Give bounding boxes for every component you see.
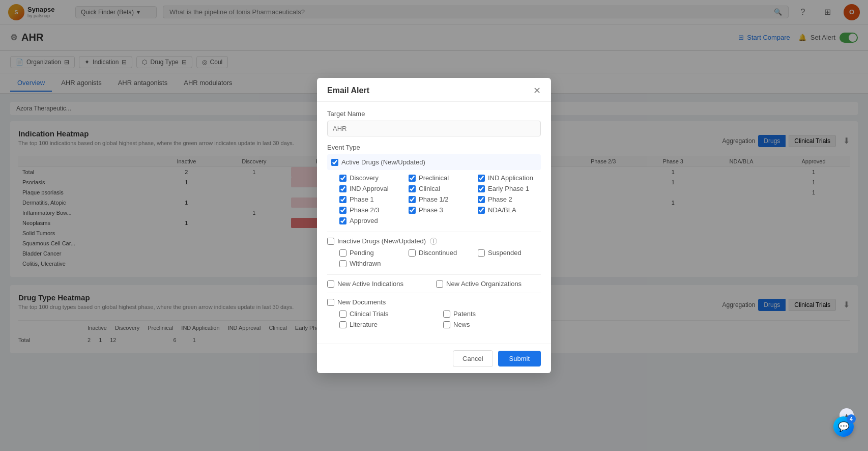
approved-option[interactable]: Approved <box>339 217 402 224</box>
patents-doc-option[interactable]: Patents <box>443 310 541 318</box>
document-options-grid: Clinical Trials Patents Literature <box>327 310 541 328</box>
early-phase1-option[interactable]: Early Phase 1 <box>478 185 541 192</box>
modal-title: Email Alert <box>327 86 369 95</box>
discovery-option[interactable]: Discovery <box>339 174 402 182</box>
inactive-drug-options-grid: Pending Discontinued Suspended With <box>327 249 541 267</box>
event-type-label: Event Type <box>327 144 541 151</box>
phase3-option[interactable]: Phase 3 <box>409 206 472 214</box>
new-documents-section: New Documents Clinical Trials Patents <box>327 298 541 328</box>
inactive-drugs-checkbox[interactable] <box>327 238 334 245</box>
modal-body: Target Name Event Type Active Drugs (New… <box>317 102 551 344</box>
active-drugs-header: Active Drugs (New/Updated) <box>327 154 541 170</box>
inactive-drugs-header: Inactive Drugs (New/Updated) i <box>327 237 541 245</box>
literature-doc-option[interactable]: Literature <box>339 321 437 328</box>
event-type-group: Event Type Active Drugs (New/Updated) Di… <box>327 144 541 328</box>
modal-close-button[interactable]: ✕ <box>533 86 541 95</box>
ind-approval-option[interactable]: IND Approval <box>339 185 402 192</box>
suspended-option[interactable]: Suspended <box>478 249 541 257</box>
news-doc-option[interactable]: News <box>443 321 541 328</box>
active-drugs-checkbox[interactable] <box>331 159 338 166</box>
modal-header: Email Alert ✕ <box>317 78 551 102</box>
nda-option[interactable]: NDA/BLA <box>478 206 541 214</box>
new-active-indications-label: New Active Indications <box>337 280 403 288</box>
phase23-option[interactable]: Phase 2/3 <box>339 206 402 214</box>
withdrawn-option[interactable]: Withdrawn <box>339 260 402 267</box>
inactive-drugs-section: Inactive Drugs (New/Updated) i Pending D… <box>327 237 541 267</box>
target-name-group: Target Name <box>327 110 541 136</box>
target-name-label: Target Name <box>327 110 541 118</box>
inactive-drugs-label: Inactive Drugs (New/Updated) <box>337 237 426 245</box>
clinical-trials-doc-option[interactable]: Clinical Trials <box>339 310 437 318</box>
active-drugs-section: Active Drugs (New/Updated) Discovery Pre… <box>327 154 541 224</box>
new-documents-checkbox[interactable] <box>327 299 334 306</box>
active-drugs-label: Active Drugs (New/Updated) <box>341 158 425 166</box>
discontinued-option[interactable]: Discontinued <box>409 249 472 257</box>
new-active-indications-checkbox[interactable] <box>327 280 334 288</box>
phase12-option[interactable]: Phase 1/2 <box>409 195 472 203</box>
pending-option[interactable]: Pending <box>339 249 402 257</box>
new-documents-checkbox-row[interactable]: New Documents <box>327 298 541 306</box>
preclinical-option[interactable]: Preclinical <box>409 174 472 182</box>
new-active-organizations-checkbox[interactable] <box>436 280 443 288</box>
inactive-drugs-checkbox-row[interactable]: Inactive Drugs (New/Updated) <box>327 237 426 245</box>
cancel-button[interactable]: Cancel <box>453 350 493 367</box>
target-name-input[interactable] <box>327 121 541 136</box>
phase1-option[interactable]: Phase 1 <box>339 195 402 203</box>
ind-application-option[interactable]: IND Application <box>478 174 541 182</box>
active-drug-options-grid: Discovery Preclinical IND Application <box>327 174 541 224</box>
email-alert-modal: Email Alert ✕ Target Name Event Type Act… <box>317 78 551 370</box>
new-documents-label: New Documents <box>337 298 386 306</box>
modal-overlay: Email Alert ✕ Target Name Event Type Act… <box>0 0 868 370</box>
new-active-organizations-label: New Active Organizations <box>446 280 522 288</box>
phase2-option[interactable]: Phase 2 <box>478 195 541 203</box>
new-active-organizations-option[interactable]: New Active Organizations <box>436 280 541 288</box>
submit-button[interactable]: Submit <box>498 351 541 367</box>
active-drugs-checkbox-row[interactable]: Active Drugs (New/Updated) <box>331 158 425 166</box>
inactive-drugs-info-icon[interactable]: i <box>430 238 437 245</box>
modal-footer: Cancel Submit <box>317 344 551 370</box>
clinical-option[interactable]: Clinical <box>409 185 472 192</box>
new-active-row: New Active Indications New Active Organi… <box>327 280 541 288</box>
new-active-indications-option[interactable]: New Active Indications <box>327 280 432 288</box>
